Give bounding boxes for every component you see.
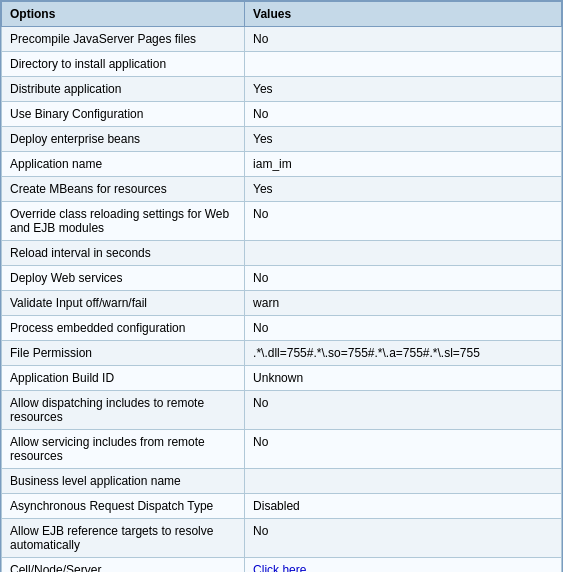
- option-cell: Directory to install application: [2, 52, 245, 77]
- table-row: Validate Input off/warn/failwarn: [2, 291, 562, 316]
- value-cell: Disabled: [245, 494, 562, 519]
- table-row: Allow EJB reference targets to resolve a…: [2, 519, 562, 558]
- table-row: Application Build IDUnknown: [2, 366, 562, 391]
- value-cell: Yes: [245, 127, 562, 152]
- table-row: Precompile JavaServer Pages filesNo: [2, 27, 562, 52]
- value-cell: [245, 241, 562, 266]
- value-cell: .*\.dll=755#.*\.so=755#.*\.a=755#.*\.sl=…: [245, 341, 562, 366]
- option-cell: Create MBeans for resources: [2, 177, 245, 202]
- table-row: Distribute applicationYes: [2, 77, 562, 102]
- value-cell: No: [245, 266, 562, 291]
- cell-node-server-link[interactable]: Click here: [253, 563, 306, 572]
- table-row: Override class reloading settings for We…: [2, 202, 562, 241]
- option-cell: Use Binary Configuration: [2, 102, 245, 127]
- table-row: Create MBeans for resourcesYes: [2, 177, 562, 202]
- option-cell: Application Build ID: [2, 366, 245, 391]
- value-cell: Yes: [245, 77, 562, 102]
- option-cell: Asynchronous Request Dispatch Type: [2, 494, 245, 519]
- value-cell: No: [245, 27, 562, 52]
- value-cell: No: [245, 430, 562, 469]
- option-cell: Cell/Node/Server: [2, 558, 245, 573]
- value-cell: Unknown: [245, 366, 562, 391]
- option-cell: Distribute application: [2, 77, 245, 102]
- value-cell: iam_im: [245, 152, 562, 177]
- value-cell: Click here: [245, 558, 562, 573]
- table-row: Business level application name: [2, 469, 562, 494]
- option-cell: Deploy Web services: [2, 266, 245, 291]
- table-row: Deploy Web servicesNo: [2, 266, 562, 291]
- table-row: File Permission.*\.dll=755#.*\.so=755#.*…: [2, 341, 562, 366]
- table-row: Allow servicing includes from remote res…: [2, 430, 562, 469]
- value-cell: No: [245, 519, 562, 558]
- table-row: Process embedded configurationNo: [2, 316, 562, 341]
- value-cell: warn: [245, 291, 562, 316]
- table-row: Use Binary ConfigurationNo: [2, 102, 562, 127]
- table-row: Reload interval in seconds: [2, 241, 562, 266]
- table-row: Asynchronous Request Dispatch TypeDisabl…: [2, 494, 562, 519]
- option-cell: Override class reloading settings for We…: [2, 202, 245, 241]
- option-cell: Validate Input off/warn/fail: [2, 291, 245, 316]
- option-cell: Allow dispatching includes to remote res…: [2, 391, 245, 430]
- option-cell: Process embedded configuration: [2, 316, 245, 341]
- option-cell: File Permission: [2, 341, 245, 366]
- table-row: Deploy enterprise beansYes: [2, 127, 562, 152]
- table-row: Application nameiam_im: [2, 152, 562, 177]
- table-row: Allow dispatching includes to remote res…: [2, 391, 562, 430]
- value-cell: No: [245, 202, 562, 241]
- value-cell: Yes: [245, 177, 562, 202]
- table-row: Directory to install application: [2, 52, 562, 77]
- options-header: Options: [2, 2, 245, 27]
- option-cell: Business level application name: [2, 469, 245, 494]
- option-cell: Reload interval in seconds: [2, 241, 245, 266]
- option-cell: Allow servicing includes from remote res…: [2, 430, 245, 469]
- table-row: Cell/Node/ServerClick here: [2, 558, 562, 573]
- value-cell: [245, 469, 562, 494]
- option-cell: Deploy enterprise beans: [2, 127, 245, 152]
- values-header: Values: [245, 2, 562, 27]
- option-cell: Precompile JavaServer Pages files: [2, 27, 245, 52]
- value-cell: No: [245, 391, 562, 430]
- value-cell: [245, 52, 562, 77]
- options-values-table: Options Values Precompile JavaServer Pag…: [0, 0, 563, 572]
- option-cell: Allow EJB reference targets to resolve a…: [2, 519, 245, 558]
- value-cell: No: [245, 316, 562, 341]
- option-cell: Application name: [2, 152, 245, 177]
- value-cell: No: [245, 102, 562, 127]
